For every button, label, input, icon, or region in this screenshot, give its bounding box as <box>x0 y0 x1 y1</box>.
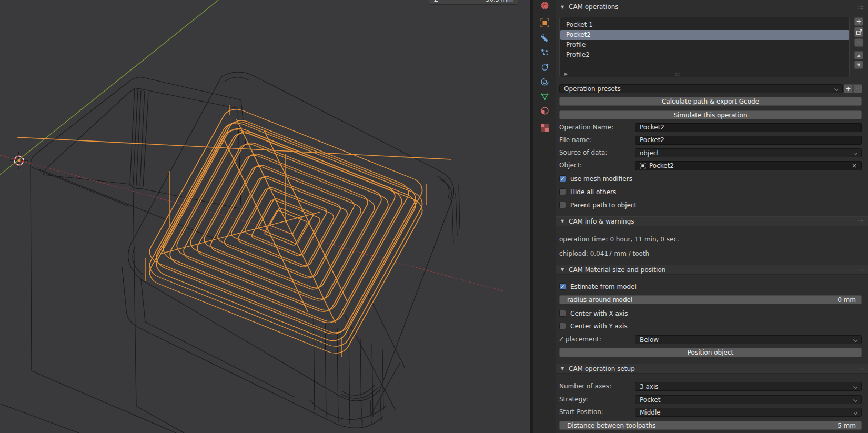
tab-material[interactable] <box>537 104 552 117</box>
number-of-axes-dropdown[interactable]: 3 axis <box>635 382 862 391</box>
tab-texture[interactable] <box>537 120 552 134</box>
tab-constraints[interactable] <box>537 75 552 88</box>
center-x-checkbox[interactable] <box>559 310 566 317</box>
chevron-down-icon <box>853 151 857 155</box>
remove-operation-button[interactable]: − <box>854 38 863 47</box>
distance-between-toolpaths-slider[interactable]: Distance between toolpaths 5 mm <box>559 421 862 430</box>
z-placement-dropdown[interactable]: Below <box>635 335 862 344</box>
tab-world[interactable] <box>537 0 552 12</box>
checkbox-row: Center with Y axis <box>556 323 868 330</box>
operation-time-text: operation time: 0 hour, 11 min, 0 sec. <box>559 236 679 243</box>
checkbox-row: Center with X axis <box>556 310 868 317</box>
calculate-path-button[interactable]: Calculate path & export Gcode <box>559 97 862 106</box>
section-header-cam-setup[interactable]: ▼ CAM operation setup :::: <box>556 364 868 374</box>
center-y-label: Center with Y axis <box>570 323 628 330</box>
collapse-triangle-icon[interactable]: ▼ <box>556 5 569 9</box>
number-of-axes-label: Number of axes: <box>559 382 611 391</box>
properties-panel: ▼ CAM operations :::: Pocket 1 Pocket2 P… <box>556 0 868 433</box>
hide-all-others-checkbox[interactable] <box>559 188 566 195</box>
checkbox-row: ✓ Estimate from model <box>556 283 868 290</box>
list-item-selected[interactable]: Pocket2 <box>560 30 849 40</box>
operation-name-input[interactable]: Pocket2 <box>635 123 862 132</box>
source-of-data-dropdown[interactable]: object <box>635 148 862 157</box>
constraints-icon <box>540 77 549 86</box>
3d-viewport[interactable]: Z 50.5 mm <box>0 0 530 433</box>
object-label: Object: <box>559 161 582 170</box>
move-operation-down-button[interactable]: ▼ <box>854 61 863 69</box>
tab-modifiers[interactable] <box>537 31 552 44</box>
list-item[interactable]: Profile2 <box>560 50 849 60</box>
tab-object-data[interactable] <box>537 89 552 103</box>
duplicate-icon <box>856 29 862 35</box>
panel-grip-icon[interactable]: :::: <box>858 366 863 371</box>
chevron-down-icon <box>853 385 857 388</box>
viewport-scene <box>0 0 530 433</box>
parent-path-to-object-label: Parent path to object <box>570 202 637 209</box>
chevron-down-icon <box>853 410 857 414</box>
operations-list: Pocket 1 Pocket2 Profile Profile2 ▶ :::: <box>559 17 850 77</box>
file-name-label: File name: <box>559 136 592 145</box>
slider-label: Distance between toolpaths <box>567 422 655 429</box>
object-origin-dot <box>17 159 20 162</box>
clear-object-icon[interactable]: × <box>852 162 857 170</box>
section-header-cam-operations[interactable]: ▼ CAM operations :::: <box>556 0 868 14</box>
collapse-triangle-icon[interactable]: ▼ <box>556 366 569 371</box>
particles-icon <box>540 48 549 57</box>
object-picker[interactable]: Pocket2 × <box>635 161 862 170</box>
tab-object[interactable] <box>537 16 552 29</box>
chevron-down-icon <box>853 398 857 401</box>
operation-presets-dropdown[interactable]: Operation presets <box>559 84 843 93</box>
presets-label: Operation presets <box>564 85 621 93</box>
mesh-data-icon <box>540 92 549 101</box>
wrench-icon <box>540 33 549 42</box>
object-icon <box>540 18 549 27</box>
section-header-cam-material[interactable]: ▼ CAM Material size and position :::: <box>556 265 868 275</box>
start-position-label: Start Position: <box>559 408 603 417</box>
center-y-checkbox[interactable] <box>559 323 566 329</box>
z-coordinate-field[interactable]: Z 50.5 mm <box>429 0 518 5</box>
z-placement-label: Z placement: <box>559 335 601 344</box>
z-placement-value: Below <box>640 336 659 344</box>
list-item[interactable]: Pocket 1 <box>560 20 849 30</box>
use-mesh-modifiers-label: use mesh modifiers <box>570 175 632 183</box>
remove-preset-button[interactable]: − <box>853 84 862 93</box>
world-icon <box>540 1 549 10</box>
strategy-dropdown[interactable]: Pocket <box>635 395 862 404</box>
panel-grip-icon[interactable]: :::: <box>858 218 863 224</box>
slider-value: 5 mm <box>837 422 856 429</box>
checkbox-row: ✓ use mesh modifiers <box>556 175 868 183</box>
list-filter-expander-icon[interactable]: ▶ <box>564 72 568 76</box>
collapse-triangle-icon[interactable]: ▼ <box>556 267 569 272</box>
tab-physics[interactable] <box>537 60 552 74</box>
file-name-input[interactable]: Pocket2 <box>635 136 862 145</box>
estimate-from-model-checkbox[interactable]: ✓ <box>559 283 566 290</box>
properties-tab-strip <box>533 0 556 433</box>
add-operation-button[interactable]: + <box>854 17 863 26</box>
start-position-dropdown[interactable]: Middle <box>635 408 862 417</box>
move-operation-up-button[interactable]: ▲ <box>854 51 863 59</box>
strategy-value: Pocket <box>640 396 660 404</box>
position-object-button[interactable]: Position object <box>559 348 862 357</box>
list-resize-grip-icon[interactable]: :::: <box>674 71 679 77</box>
slider-label: radius around model <box>567 296 632 304</box>
toolpath <box>17 105 451 357</box>
chevron-down-icon <box>853 338 857 341</box>
panel-grip-icon[interactable]: :::: <box>858 267 863 273</box>
list-item[interactable]: Profile <box>560 40 849 50</box>
section-title: CAM Material size and position <box>569 266 665 274</box>
section-header-cam-info[interactable]: ▼ CAM info & warnings :::: <box>556 216 868 226</box>
duplicate-operation-button[interactable] <box>854 27 863 37</box>
number-of-axes-value: 3 axis <box>640 383 659 390</box>
add-preset-button[interactable]: + <box>844 84 853 93</box>
source-of-data-label: Source of data: <box>559 148 607 157</box>
radius-around-model-slider[interactable]: radius around model 0 mm <box>559 295 862 304</box>
physics-icon <box>540 63 549 72</box>
collapse-triangle-icon[interactable]: ▼ <box>556 219 569 224</box>
use-mesh-modifiers-checkbox[interactable]: ✓ <box>559 175 566 182</box>
checkbox-row: Hide all others <box>556 188 868 196</box>
tab-particles[interactable] <box>537 45 552 59</box>
simulate-operation-button[interactable]: Simulate this operation <box>559 110 862 119</box>
panel-grip-icon[interactable]: :::: <box>858 4 863 10</box>
source-of-data-value: object <box>640 149 659 157</box>
parent-path-to-object-checkbox[interactable] <box>559 202 566 208</box>
